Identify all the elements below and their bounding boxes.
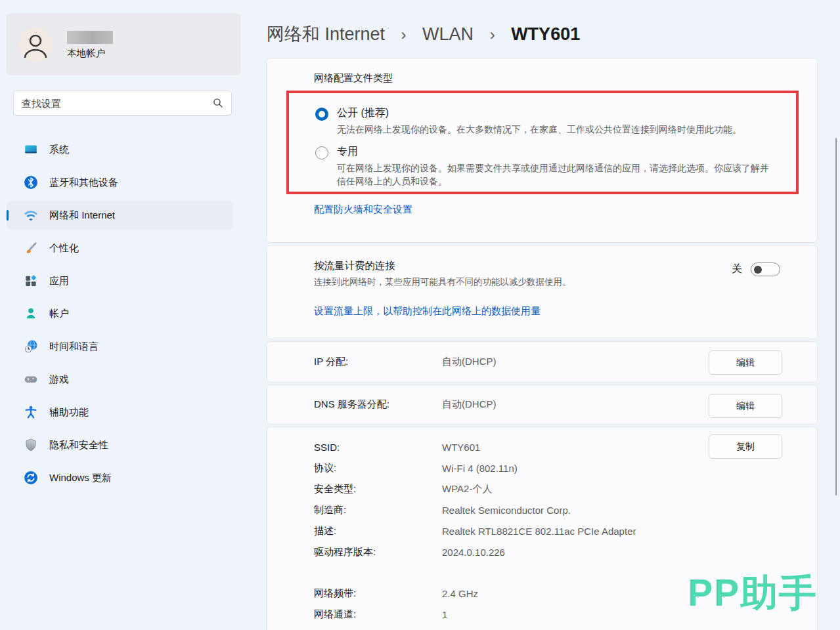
prop-label: 驱动程序版本:	[314, 546, 442, 558]
dns-assignment-value: 自动(DHCP)	[442, 398, 497, 411]
ip-assignment-card: IP 分配: 自动(DHCP) 编辑	[266, 341, 818, 383]
settings-search[interactable]	[13, 91, 232, 116]
metered-toggle-switch[interactable]	[751, 262, 780, 276]
prop-label: 描述:	[314, 525, 442, 537]
prop-value: 2.4 GHz	[442, 588, 478, 599]
settings-sidebar: 本地帐户 系统	[0, 0, 266, 630]
sidebar-item-label: 蓝牙和其他设备	[49, 177, 118, 189]
radio-private-unselected[interactable]	[315, 146, 328, 159]
property-row-manufacturer: 制造商: Realtek Semiconductor Corp.	[267, 499, 817, 520]
bluetooth-icon	[24, 175, 38, 190]
dns-assignment-label: DNS 服务器分配:	[314, 398, 442, 411]
person-icon	[18, 28, 53, 62]
sidebar-item-apps[interactable]: 应用	[7, 266, 233, 295]
sidebar-item-label: 游戏	[49, 373, 69, 386]
sidebar-item-label: 系统	[49, 144, 69, 156]
sidebar-item-privacy[interactable]: 隐私和安全性	[7, 430, 233, 459]
radio-public-selected[interactable]	[315, 108, 328, 121]
firewall-settings-link[interactable]: 配置防火墙和安全设置	[314, 203, 412, 216]
sidebar-item-label: 帐户	[49, 308, 69, 320]
prop-value: WTY601	[442, 442, 480, 453]
prop-value: Wi-Fi 4 (802.11n)	[442, 463, 518, 474]
sidebar-item-bluetooth[interactable]: 蓝牙和其他设备	[7, 168, 233, 197]
network-profile-type-card: 网络配置文件类型 公开 (推荐) 无法在网络上发现你的设备。在大多数情况下，在家…	[266, 58, 818, 243]
prop-value: Realtek RTL8821CE 802.11ac PCIe Adapter	[442, 526, 636, 537]
sidebar-item-time-language[interactable]: 时间和语言	[7, 332, 233, 361]
accessibility-icon	[24, 405, 38, 419]
property-row-description: 描述: Realtek RTL8821CE 802.11ac PCIe Adap…	[267, 520, 817, 541]
sidebar-item-label: 应用	[49, 275, 69, 287]
personalization-icon	[24, 241, 38, 255]
prop-label: SSID:	[314, 442, 442, 453]
ip-assignment-label: IP 分配:	[314, 356, 442, 368]
network-icon	[24, 208, 38, 222]
radio-public-description: 无法在网络上发现你的设备。在大多数情况下，在家庭、工作或公共位置连接到网络时使用…	[337, 123, 741, 136]
radio-private-label[interactable]: 专用	[337, 145, 778, 159]
main-content: 网络和 Internet › WLAN › WTY601 网络配置文件类型 公开…	[266, 0, 818, 630]
prop-label: 制造商:	[314, 504, 442, 516]
copy-button[interactable]: 复制	[709, 434, 782, 459]
sidebar-item-label: 辅助功能	[49, 406, 89, 419]
sidebar-item-gaming[interactable]: 游戏	[7, 365, 233, 394]
search-input[interactable]	[22, 98, 213, 109]
data-limit-link[interactable]: 设置流量上限，以帮助控制在此网络上的数据使用量	[314, 305, 541, 318]
breadcrumb-current-page: WTY601	[511, 24, 580, 44]
selected-accent-pill	[7, 210, 9, 220]
metered-toggle-group: 关	[732, 262, 780, 276]
radio-option-public[interactable]: 公开 (推荐) 无法在网络上发现你的设备。在大多数情况下，在家庭、工作或公共位置…	[315, 106, 778, 136]
avatar	[18, 28, 53, 62]
user-name-redacted	[67, 31, 113, 44]
sidebar-item-label: Windows 更新	[49, 472, 112, 484]
gaming-icon	[24, 372, 38, 387]
sidebar-item-label: 个性化	[49, 242, 79, 255]
sidebar-item-label: 隐私和安全性	[49, 439, 108, 452]
section-title-network-profile-type: 网络配置文件类型	[267, 58, 817, 85]
ip-assignment-value: 自动(DHCP)	[442, 356, 497, 368]
windows-update-icon	[24, 471, 38, 485]
accounts-icon	[24, 306, 38, 321]
radio-public-label[interactable]: 公开 (推荐)	[337, 106, 741, 120]
time-language-icon	[24, 339, 38, 354]
prop-label: 网络通道:	[314, 608, 442, 621]
prop-value: 2024.0.10.226	[442, 547, 505, 558]
sidebar-item-label: 网络和 Internet	[49, 209, 115, 222]
sidebar-item-accounts[interactable]: 帐户	[7, 299, 233, 328]
dns-assignment-card: DNS 服务器分配: 自动(DHCP) 编辑	[266, 385, 818, 425]
breadcrumb-network-internet[interactable]: 网络和 Internet	[267, 24, 385, 44]
breadcrumb-wlan[interactable]: WLAN	[422, 24, 474, 44]
ip-edit-button[interactable]: 编辑	[709, 350, 782, 375]
prop-value: Realtek Semiconductor Corp.	[442, 505, 571, 516]
privacy-shield-icon	[24, 438, 38, 452]
prop-label: 安全类型:	[314, 483, 442, 495]
sidebar-nav: 系统 蓝牙和其他设备 网络和 Internet	[7, 135, 233, 496]
radio-private-description: 可在网络上发现你的设备。如果需要文件共享或使用通过此网络通信的应用，请选择此选项…	[337, 161, 778, 188]
prop-label: 网络频带:	[314, 587, 442, 600]
sidebar-item-network[interactable]: 网络和 Internet	[7, 201, 233, 230]
property-row-driver-version: 驱动程序版本: 2024.0.10.226	[267, 541, 817, 562]
breadcrumb-separator: ›	[401, 26, 407, 43]
pp-assistant-watermark: PP助手	[688, 568, 818, 619]
vertical-scrollbar[interactable]	[835, 138, 837, 495]
breadcrumb: 网络和 Internet › WLAN › WTY601	[267, 22, 580, 46]
system-icon	[24, 142, 38, 157]
sidebar-item-personalization[interactable]: 个性化	[7, 234, 233, 262]
prop-value: WPA2-个人	[442, 483, 492, 495]
property-row-protocol: 协议: Wi-Fi 4 (802.11n)	[267, 457, 817, 478]
apps-icon	[24, 274, 38, 288]
breadcrumb-separator: ›	[490, 26, 495, 43]
toggle-knob	[754, 266, 762, 274]
sidebar-item-system[interactable]: 系统	[7, 135, 233, 164]
user-profile-card[interactable]: 本地帐户	[7, 13, 240, 75]
property-row-security-type: 安全类型: WPA2-个人	[267, 478, 817, 499]
search-icon	[213, 98, 223, 108]
metered-connection-card: 按流量计费的连接 连接到此网络时，某些应用可能具有不同的功能以减少数据使用。 关…	[266, 245, 818, 339]
sidebar-item-windows-update[interactable]: Windows 更新	[7, 463, 233, 492]
property-row-link-speed: 链接速度(接收/传输): 150/150 (Mbps)	[267, 625, 817, 630]
toggle-state-label: 关	[732, 262, 742, 276]
sidebar-item-label: 时间和语言	[49, 341, 99, 353]
radio-option-private[interactable]: 专用 可在网络上发现你的设备。如果需要文件共享或使用通过此网络通信的应用，请选择…	[315, 145, 778, 188]
sidebar-item-accessibility[interactable]: 辅助功能	[7, 398, 233, 427]
dns-edit-button[interactable]: 编辑	[709, 394, 782, 418]
prop-label: 协议:	[314, 462, 442, 474]
account-type-label: 本地帐户	[67, 47, 105, 60]
